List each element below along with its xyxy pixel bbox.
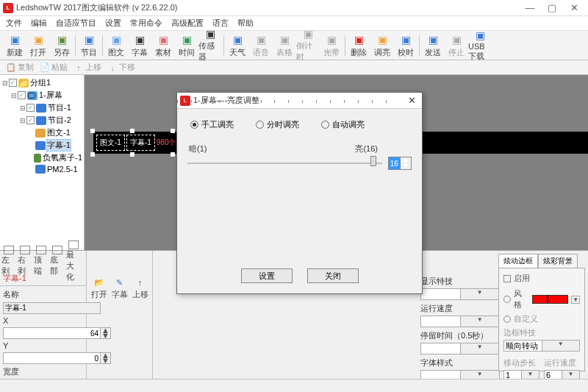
tab-bg[interactable]: 炫彩背景 xyxy=(538,254,578,268)
tool-传感器[interactable]: ▣传感器 xyxy=(198,32,222,60)
tool-另存[interactable]: ▣另存 xyxy=(50,32,74,60)
tool-校时[interactable]: ▣校时 xyxy=(394,32,417,60)
menu-file[interactable]: 文件 xyxy=(1,16,26,30)
brightness-dialog: L 1-屏幕----亮度调整 ✕ 手工调亮 分时调亮 自动调亮 暗(1) 亮(1… xyxy=(176,92,423,294)
tool-图文[interactable]: ▣图文 xyxy=(104,32,128,60)
main-toolbar: ▣新建▣打开▣另存▣节目▣图文▣字幕▣素材▣时间▣传感器▣天气▣语音▣表格▣倒计… xyxy=(0,31,588,60)
window-titlebar: L LedshowTW 2017图文编辑软件 (v 22.6.22.0) ― ▢… xyxy=(0,0,588,16)
dark-label: 暗(1) xyxy=(189,143,207,154)
copy-button[interactable]: 📋复制 xyxy=(3,61,37,74)
menu-bar: 文件 编辑 自适应节目 设置 常用命令 高级配置 语言 帮助 xyxy=(0,16,588,31)
style-radio[interactable]: 风格▼ xyxy=(503,288,580,310)
dialog-close-button[interactable]: ✕ xyxy=(404,95,419,106)
menu-commands[interactable]: 常用命令 xyxy=(126,16,167,30)
minimize-button[interactable]: ― xyxy=(519,1,541,15)
subtitle-button[interactable]: ✎字幕 xyxy=(111,276,129,300)
window-title: LedshowTW 2017图文编辑软件 (v 22.6.22.0) xyxy=(16,2,519,13)
panel-title: 字幕-1 xyxy=(0,271,86,286)
tool-节目[interactable]: ▣节目 xyxy=(77,32,101,60)
radio-timed[interactable]: 分时调亮 xyxy=(256,119,299,130)
border-tabs: 炫动边框 炫彩背景 启用 风格▼ 自定义 边框特技 顺向转动▼ 移动步长 1▼ … xyxy=(498,254,585,371)
tree-item[interactable]: 图文-1 xyxy=(1,126,82,139)
menu-settings[interactable]: 设置 xyxy=(101,16,126,30)
sub-toolbar: 📋复制 📄粘贴 ↑上移 ↓下移 xyxy=(0,60,588,75)
fx-select[interactable]: ▼ xyxy=(420,288,500,300)
radio-manual[interactable]: 手工调亮 xyxy=(190,119,234,130)
app-icon: L xyxy=(3,3,13,13)
properties-panel: 左剥 右剥 顶端 底部 最大化 字幕-1 名称 X ▲▼ Y ▲▼ 宽度 ▲▼ … xyxy=(0,251,87,379)
tool-USB下载[interactable]: ▣USB下载 xyxy=(468,32,492,60)
tool-天气[interactable]: ▣天气 xyxy=(226,32,249,60)
tree-item[interactable]: ⊟✓节目-1 xyxy=(1,101,82,114)
edgefx-select[interactable]: 顺向转动▼ xyxy=(503,340,580,352)
speed-select[interactable]: ▼ xyxy=(420,316,500,327)
mode-radios: 手工调亮 分时调亮 自动调亮 xyxy=(187,119,412,130)
tool-停止[interactable]: ▣停止 xyxy=(445,32,468,60)
tree-item[interactable]: PM2.5-1 xyxy=(1,164,82,174)
tool-时间[interactable]: ▣时间 xyxy=(175,32,198,60)
property-grid: 名称 X ▲▼ Y ▲▼ 宽度 ▲▼ 高度 ▲▼ xyxy=(0,286,86,392)
tool-倒计时[interactable]: ▣倒计时 xyxy=(296,32,320,60)
menu-advanced[interactable]: 高级配置 xyxy=(167,16,208,30)
tool-新建[interactable]: ▣新建 xyxy=(3,32,26,60)
bright-label: 亮(16) xyxy=(355,143,378,154)
tool-调亮[interactable]: ▣调亮 xyxy=(370,32,394,60)
brightness-slider[interactable] xyxy=(187,163,382,164)
stay-select[interactable]: ▼ xyxy=(420,343,500,354)
tree-item[interactable]: 负氧离子-1 xyxy=(1,152,82,164)
radio-auto[interactable]: 自动调亮 xyxy=(321,119,365,130)
brightness-slider-group: 暗(1) 亮(16) 16▲▼ xyxy=(187,143,412,171)
open-button[interactable]: 📂打开 xyxy=(90,276,108,300)
tool-发送[interactable]: ▣发送 xyxy=(421,32,445,60)
paste-button[interactable]: 📄粘贴 xyxy=(37,61,71,74)
tool-语音[interactable]: ▣语音 xyxy=(249,32,273,60)
color-swatch xyxy=(532,295,568,304)
tree-item[interactable]: ⊟✓节目-2 xyxy=(1,114,82,126)
tool-字幕[interactable]: ▣字幕 xyxy=(128,32,151,60)
ok-button[interactable]: 设置 xyxy=(241,268,293,283)
tool-表格[interactable]: ▣表格 xyxy=(273,32,296,60)
tool-打开[interactable]: ▣打开 xyxy=(26,32,50,60)
menu-help[interactable]: 帮助 xyxy=(233,16,258,30)
tab-border[interactable]: 炫动边框 xyxy=(498,254,538,268)
dock-tabs: 左剥 右剥 顶端 底部 最大化 xyxy=(0,251,86,271)
tool-素材[interactable]: ▣素材 xyxy=(151,32,175,60)
tree-screen[interactable]: ⊟✓🖵1-屏幕 xyxy=(1,89,82,101)
tool-删除[interactable]: ▣删除 xyxy=(347,32,370,60)
brightness-value[interactable]: 16▲▼ xyxy=(388,157,412,170)
up-button[interactable]: ↑上移 xyxy=(132,276,149,300)
enable-check[interactable]: 启用 xyxy=(503,273,580,284)
effect-group: 显示特技 ▼ 运行速度 ▼ 停留时间（0.5秒） ▼ 字体样式 ▼ 字体色彩 ▼ xyxy=(420,273,500,392)
tree-root[interactable]: ⊟✓📁分组1 xyxy=(1,76,82,89)
maximize-button[interactable]: ▢ xyxy=(541,1,563,15)
tree-item[interactable]: 字幕-1 xyxy=(1,139,82,152)
slider-thumb[interactable] xyxy=(370,156,376,166)
tool-光带[interactable]: ▣光带 xyxy=(320,32,343,60)
moveup-button[interactable]: ↑上移 xyxy=(71,61,104,74)
movedown-button[interactable]: ↓下移 xyxy=(104,61,138,74)
close-button[interactable]: ✕ xyxy=(563,1,585,15)
menu-adaptive[interactable]: 自适应节目 xyxy=(51,16,101,30)
menu-edit[interactable]: 编辑 xyxy=(26,16,51,30)
mid-panel: 📂打开 ✎字幕 ↑上移 xyxy=(87,251,153,379)
cancel-button[interactable]: 关闭 xyxy=(307,268,359,283)
status-bar xyxy=(0,379,588,392)
selection-handles[interactable] xyxy=(90,129,175,157)
custom-radio[interactable]: 自定义 xyxy=(503,313,580,324)
